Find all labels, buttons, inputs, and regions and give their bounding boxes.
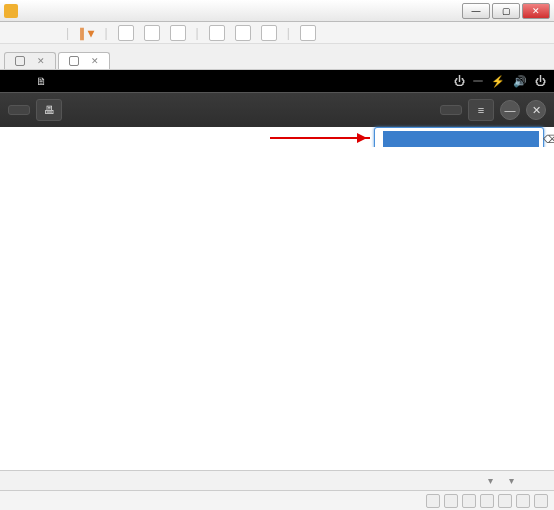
device-icon[interactable] [516, 494, 530, 508]
device-icon[interactable] [480, 494, 494, 508]
device-icon[interactable] [444, 494, 458, 508]
power-icon[interactable]: ⏻ [535, 75, 546, 87]
save-button[interactable] [440, 105, 462, 115]
annotation-arrow-icon [270, 137, 370, 139]
vm-icon [69, 56, 79, 66]
device-icon[interactable] [426, 494, 440, 508]
toolbar-icon[interactable] [118, 25, 134, 41]
home-icon [15, 56, 25, 66]
print-button[interactable]: 🖶 [36, 99, 62, 121]
vmware-menubar: | ‖ ▾ | | | [0, 22, 554, 44]
toolbar-icon[interactable] [144, 25, 160, 41]
status-tabwidth[interactable] [509, 475, 514, 486]
gedit-statusbar [0, 470, 554, 490]
vmware-tabbar: ✕ ✕ [0, 44, 554, 70]
device-icon[interactable] [498, 494, 512, 508]
tab-home[interactable]: ✕ [4, 52, 56, 69]
device-icon[interactable] [462, 494, 476, 508]
toolbar-icon[interactable] [209, 25, 225, 41]
close-tab-icon[interactable]: ✕ [91, 56, 99, 66]
gedit-headerbar: 🖶 ≡ — ✕ [0, 93, 554, 127]
search-input[interactable] [383, 131, 539, 147]
gedit-window: 🖶 ≡ — ✕ ⌫ ˄ ˅ [0, 92, 554, 490]
sound-icon[interactable]: 🔊 [513, 75, 527, 88]
toolbar-icon[interactable] [170, 25, 186, 41]
clear-search-icon[interactable]: ⌫ [543, 133, 554, 146]
toolbar-icon[interactable] [261, 25, 277, 41]
toolbar-icon[interactable] [235, 25, 251, 41]
close-tab-icon[interactable]: ✕ [37, 56, 45, 66]
vmware-logo-icon [4, 4, 18, 18]
minimize-button[interactable]: — [462, 3, 490, 19]
vmware-titlebar: — ▢ ✕ [0, 0, 554, 22]
device-icon[interactable] [534, 494, 548, 508]
gnome-topbar: 🗎 ⏻ ⚡ 🔊 ⏻ [0, 70, 554, 92]
close-button[interactable]: ✕ [522, 3, 550, 19]
gedit-close-button[interactable]: ✕ [526, 100, 546, 120]
vmware-statusbar [0, 490, 554, 510]
annotation-layer: ⌫ ˄ ˅ [0, 127, 554, 147]
maximize-button[interactable]: ▢ [492, 3, 520, 19]
hamburger-menu-button[interactable]: ≡ [468, 99, 494, 121]
guest-display: 🗎 ⏻ ⚡ 🔊 ⏻ 🖶 ≡ — ✕ ⌫ ˄ [0, 70, 554, 490]
a11y-icon[interactable]: ⏻ [454, 75, 465, 87]
toolbar-icon[interactable] [300, 25, 316, 41]
texteditor-menu[interactable]: 🗎 [36, 75, 47, 87]
pause-icon[interactable]: ‖ ▾ [79, 26, 94, 40]
editor-area[interactable] [0, 147, 554, 470]
gedit-minimize-button[interactable]: — [500, 100, 520, 120]
notification-badge[interactable] [473, 80, 483, 82]
tab-ubuntu[interactable]: ✕ [58, 52, 110, 69]
open-button[interactable] [8, 105, 30, 115]
status-language[interactable] [488, 475, 493, 486]
network-icon[interactable]: ⚡ [491, 75, 505, 88]
